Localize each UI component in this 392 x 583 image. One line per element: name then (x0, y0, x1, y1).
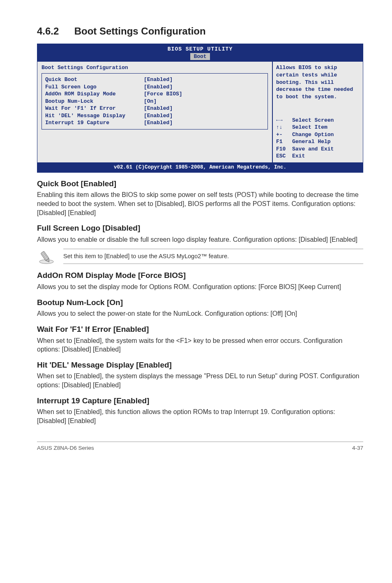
section-number: 4.6.2 (37, 25, 71, 38)
option-heading: Full Screen Logo [Disabled] (37, 223, 363, 234)
bios-panel-title: Boot Settings Configuration (42, 64, 268, 72)
bios-key: ↑↓ Select Item (276, 124, 360, 131)
bios-setting-label: Interrupt 19 Capture (45, 119, 144, 127)
bios-setting-row[interactable]: Full Screen Logo[Enabled] (45, 83, 264, 91)
bios-setting-value: [On] (144, 98, 157, 105)
bios-setting-row[interactable]: Bootup Num-Lock[On] (45, 98, 264, 105)
option-heading: Wait For 'F1' If Error [Enabled] (37, 324, 363, 335)
bios-setting-label: Bootup Num-Lock (45, 98, 144, 105)
option-heading: Quick Boot [Enabled] (37, 178, 363, 189)
bios-setting-label: Hit 'DEL' Message Display (45, 112, 144, 120)
option-description: When set to [Enabled], the system waits … (37, 336, 363, 354)
option-description: When set to [Enabled], the system displa… (37, 372, 363, 389)
bios-tab-row: Boot (37, 53, 363, 62)
bios-body: Boot Settings Configuration Quick Boot[E… (37, 62, 363, 162)
option-description: When set to [Enabled], this function all… (37, 407, 363, 425)
footer-product: ASUS Z8NA-D6 Series (37, 444, 94, 452)
bios-tab-boot[interactable]: Boot (190, 53, 210, 60)
option-description: Allows you to enable or disable the full… (37, 235, 363, 244)
bios-key: +- Change Option (276, 131, 360, 139)
bios-key: ESC Exit (276, 153, 360, 160)
bios-settings-pane: Boot Settings Configuration Quick Boot[E… (37, 62, 272, 162)
bios-setting-value: [Enabled] (144, 119, 173, 127)
page-footer: ASUS Z8NA-D6 Series 4-37 (37, 442, 363, 452)
bios-setting-value: [Enabled] (144, 112, 173, 120)
option-description: Allows you to select the power-on state … (37, 309, 363, 318)
bios-setting-label: Quick Boot (45, 76, 144, 83)
bios-setting-label: AddOn ROM Display Mode (45, 90, 144, 98)
option-heading: Bootup Num-Lock [On] (37, 297, 363, 308)
bios-panel: BIOS SETUP UTILITY Boot Boot Settings Co… (37, 44, 363, 172)
bios-key-legend: ←→ Select Screen ↑↓ Select Item +- Chang… (276, 117, 360, 160)
option-description: Enabling this item allows the BIOS to sk… (37, 190, 363, 217)
bios-setting-row[interactable]: Quick Boot[Enabled] (45, 76, 264, 83)
bios-help-pane: Allows BIOS to skip certain tests while … (272, 62, 363, 162)
bios-key: F1 General Help (276, 138, 360, 146)
bios-setting-row[interactable]: AddOn ROM Display Mode[Force BIOS] (45, 90, 264, 98)
bios-setting-value: [Enabled] (144, 83, 173, 91)
section-title: Boot Settings Configuration (74, 25, 206, 37)
note-text: Set this item to [Enabled] to use the AS… (63, 249, 363, 264)
option-heading: Hit 'DEL' Message Display [Enabled] (37, 360, 363, 370)
option-heading: AddOn ROM Display Mode [Force BIOS] (37, 270, 363, 281)
bios-header: BIOS SETUP UTILITY (37, 44, 363, 53)
footer-page-number: 4-37 (352, 444, 363, 452)
bios-setting-row[interactable]: Interrupt 19 Capture[Enabled] (45, 119, 264, 127)
option-heading: Interrupt 19 Capture [Enabled] (37, 396, 363, 406)
bios-setting-value: [Force BIOS] (144, 90, 182, 98)
bios-key: F10 Save and Exit (276, 146, 360, 153)
bios-setting-label: Full Screen Logo (45, 83, 144, 91)
pencil-icon (37, 248, 56, 264)
bios-copyright: v02.61 (C)Copyright 1985-2008, American … (37, 163, 363, 172)
bios-setting-value: [Enabled] (144, 105, 173, 112)
bios-rowset: Quick Boot[Enabled] Full Screen Logo[Ena… (42, 73, 268, 130)
bios-setting-row[interactable]: Hit 'DEL' Message Display[Enabled] (45, 112, 264, 120)
bios-help-text: Allows BIOS to skip certain tests while … (276, 64, 360, 100)
option-description: Allows you to set the display mode for O… (37, 282, 363, 292)
bios-setting-value: [Enabled] (144, 76, 173, 83)
bios-key: ←→ Select Screen (276, 117, 360, 124)
note-block: Set this item to [Enabled] to use the AS… (37, 248, 363, 264)
bios-setting-row[interactable]: Wait For 'F1' If Error[Enabled] (45, 105, 264, 112)
bios-setting-label: Wait For 'F1' If Error (45, 105, 144, 112)
section-heading: 4.6.2 Boot Settings Configuration (37, 25, 363, 38)
